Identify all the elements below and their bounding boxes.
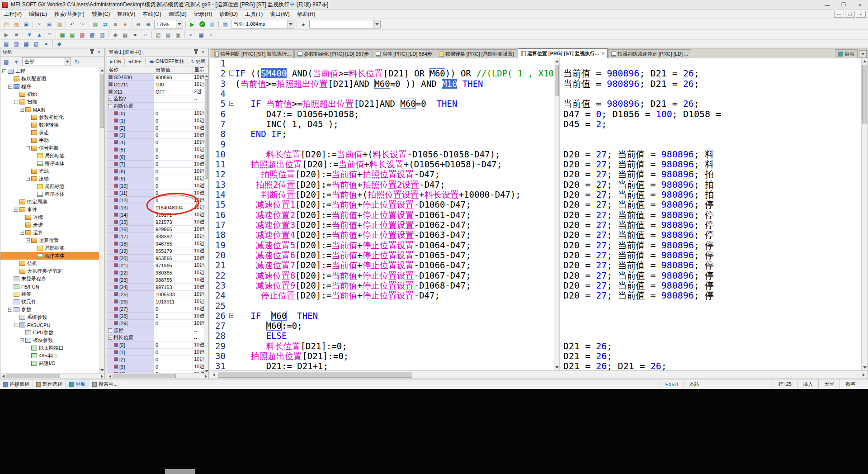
watch-value-cell[interactable]: 921573 xyxy=(154,218,193,226)
menu-item[interactable]: 帮助(H) xyxy=(293,9,319,19)
copy-icon[interactable]: ▣ xyxy=(44,20,54,29)
code-line[interactable] xyxy=(235,58,554,68)
monitor-start-icon[interactable]: ▶ xyxy=(187,20,197,29)
watch-row[interactable]: −料长位置-- xyxy=(107,334,204,341)
watch-row[interactable]: +监控2-- xyxy=(107,95,204,103)
navigation-horizontal-scrollbar[interactable] xyxy=(0,373,104,379)
scan-time-icon[interactable]: ▦ xyxy=(220,20,230,29)
restore-button[interactable]: ❐ xyxy=(835,0,852,9)
watch-value-cell[interactable]: 1013911 xyxy=(154,298,193,305)
scroll-up-icon[interactable] xyxy=(554,58,559,64)
watch-row[interactable]: [13]118404800410进 xyxy=(107,204,204,211)
watch-value-cell[interactable]: 0 xyxy=(154,168,193,175)
watch-value-cell[interactable]: 913171 xyxy=(154,211,193,218)
watch-row[interactable]: +监控-- xyxy=(107,327,204,334)
pin-icon[interactable] xyxy=(88,49,95,56)
tree-item[interactable]: −事件 xyxy=(0,206,99,213)
find-result-window-icon[interactable]: ● xyxy=(41,40,51,47)
code-line[interactable]: 料长位置[D21]:=0; xyxy=(235,341,554,351)
convert-icon[interactable]: ⇄ xyxy=(100,20,110,29)
minimize-button[interactable]: — xyxy=(819,0,835,9)
search-combo[interactable] xyxy=(309,20,381,28)
read-from-plc-icon[interactable]: ▲ xyxy=(34,30,44,39)
menu-item[interactable]: 工具(T) xyxy=(241,9,266,19)
zoom-in-icon[interactable]: ⊕ xyxy=(143,20,153,29)
scroll-up-icon[interactable] xyxy=(204,74,208,78)
watch-value-cell[interactable]: 963566 xyxy=(154,255,193,262)
scroll-right-icon[interactable] xyxy=(860,371,868,379)
watch-value-cell[interactable]: 0 xyxy=(154,313,193,320)
save-project-icon[interactable]: ▣ xyxy=(21,20,31,29)
watch-row[interactable]: [15]92157310进 xyxy=(107,218,204,226)
code-line[interactable]: 拍照超出位置[D20]:=当前值+料长设置+(D1056+D1058)-D47; xyxy=(235,159,554,169)
find-contact-coil-icon[interactable]: ○ xyxy=(140,30,150,39)
watch-row[interactable]: [28]010进 xyxy=(107,313,204,320)
tree-item[interactable]: 程序本体 xyxy=(0,190,99,198)
watch-row[interactable]: [20]96356610进 xyxy=(107,255,204,262)
tree-item[interactable]: −运算 xyxy=(0,229,99,237)
watch-value-cell[interactable]: 946755 xyxy=(154,240,193,247)
watch-value-cell[interactable]: 0 xyxy=(154,153,193,161)
scrollbar-thumb[interactable] xyxy=(205,79,208,179)
watch-row[interactable]: [6]010进 xyxy=(107,153,204,161)
fold-collapse-icon[interactable] xyxy=(229,101,234,106)
fold-collapse-icon[interactable] xyxy=(229,313,234,318)
watch-row[interactable]: −判断位置-- xyxy=(107,103,204,110)
scrollbar-thumb[interactable] xyxy=(555,65,559,96)
mdi-minimize-button[interactable]: — xyxy=(834,11,844,18)
watch-window-icon[interactable]: ▥ xyxy=(97,30,107,39)
menu-item[interactable]: 记录(R) xyxy=(190,9,216,19)
write-to-plc-icon[interactable]: ▼ xyxy=(24,30,34,39)
resize-grip[interactable] xyxy=(861,379,868,389)
tree-item[interactable]: 局部标签 xyxy=(0,183,99,190)
code-line[interactable]: 拍照2位置[D20]:=当前值+拍照位置2设置-D47; xyxy=(235,180,554,190)
watch-value-cell[interactable]: 0 xyxy=(154,320,193,327)
scrollbar-thumb[interactable] xyxy=(862,65,867,123)
tree-item[interactable]: FB/FUN xyxy=(0,283,99,290)
watch-on-button[interactable]: ▶ON xyxy=(108,57,123,66)
watch-row[interactable]: D121110010进 xyxy=(107,81,204,88)
watch-value-cell[interactable]: 929965 xyxy=(154,226,193,233)
watch-row[interactable]: [21]97196510进 xyxy=(107,262,204,269)
tree-item[interactable]: −扫描 xyxy=(0,98,99,106)
combo-dropdown-icon[interactable] xyxy=(287,20,294,28)
tree-item[interactable]: −FX5UCPU xyxy=(0,321,99,329)
dock-tab[interactable]: 部件选择 xyxy=(33,379,66,389)
watch-row[interactable]: [7]010进 xyxy=(107,161,204,168)
watch-value-cell[interactable]: 0 xyxy=(154,161,193,168)
code-line[interactable]: D47:= D1056+D1058; xyxy=(235,109,554,119)
watch-row[interactable]: [2]010进 xyxy=(107,124,204,132)
scroll-down-icon[interactable] xyxy=(554,365,559,370)
code-line[interactable]: END_IF; xyxy=(235,129,554,139)
zoom-out-icon[interactable]: ⊖ xyxy=(133,20,143,29)
watch-value-cell[interactable]: 0 xyxy=(154,356,193,363)
tree-item[interactable]: 程序本体 xyxy=(0,160,99,167)
tree-item[interactable]: −信号判断 xyxy=(0,144,99,152)
watch-value-cell[interactable]: 1005533 xyxy=(154,291,193,298)
tree-item[interactable]: 未登录程序 xyxy=(0,275,99,283)
watch-value-cell[interactable]: 0 xyxy=(154,139,193,146)
column-header-name[interactable]: 名称 xyxy=(107,66,154,73)
watch-value-cell[interactable]: 0 xyxy=(154,363,193,370)
tree-item[interactable]: 无执行类型指定 xyxy=(0,267,99,275)
code-line[interactable]: ELSE xyxy=(235,331,554,341)
note-display-icon[interactable]: ▣ xyxy=(173,30,183,39)
watch-value-cell[interactable]: 100 xyxy=(154,81,193,88)
tree-item[interactable]: 485串口 xyxy=(0,352,99,360)
watch-row[interactable]: [8]010进 xyxy=(107,168,204,175)
monitor-status-ok-icon[interactable]: ✓ xyxy=(197,20,207,29)
watch-expander-icon[interactable]: − xyxy=(108,336,112,340)
watch-value-cell[interactable] xyxy=(154,103,193,110)
watch-value-cell[interactable]: 0 xyxy=(154,146,193,153)
watch-row[interactable]: [26]101391110进 xyxy=(107,298,204,305)
st-display-icon[interactable]: ▦ xyxy=(196,30,206,39)
scrollbar-thumb[interactable] xyxy=(6,374,60,378)
tree-expander-icon[interactable]: − xyxy=(8,308,12,312)
watch-close-icon[interactable]: × xyxy=(199,49,207,56)
document-tab[interactable]: 参数初始化 [PRG] [LD] 257步 xyxy=(294,49,372,58)
tree-item[interactable]: 标签 xyxy=(0,290,99,298)
watch-value-cell[interactable]: 938382 xyxy=(154,233,193,240)
watch-row[interactable]: [23]98875510进 xyxy=(107,276,204,284)
check-program-icon[interactable]: ▧ xyxy=(90,20,100,29)
watch-row[interactable]: [14]91317110进 xyxy=(107,211,204,218)
